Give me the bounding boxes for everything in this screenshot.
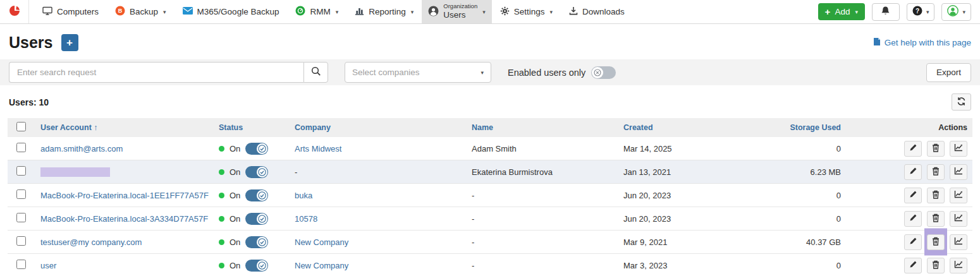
user-account-link[interactable]: testuser@my company.com xyxy=(40,237,142,247)
row-checkbox[interactable] xyxy=(16,260,26,269)
get-help-link[interactable]: Get help with this page xyxy=(873,37,971,48)
actions-cell xyxy=(851,207,967,230)
sort-ascending-icon: ↑ xyxy=(94,123,97,132)
search-button[interactable] xyxy=(303,62,328,83)
edit-button[interactable] xyxy=(904,258,922,273)
chevron-down-icon: ▾ xyxy=(962,9,965,15)
stats-button[interactable] xyxy=(950,258,967,273)
status-cell: On xyxy=(219,236,285,248)
row-checkbox[interactable] xyxy=(16,236,26,246)
notifications-button[interactable] xyxy=(872,3,900,21)
user-enabled-toggle[interactable] xyxy=(245,213,268,225)
company-link[interactable]: 10578 xyxy=(295,214,317,224)
delete-button[interactable] xyxy=(927,164,945,180)
stats-button[interactable] xyxy=(950,164,967,180)
delete-button[interactable] xyxy=(927,141,945,157)
top-navbar: Computers B Backup ▾ M365/Google Backup … xyxy=(0,0,980,24)
column-header-company[interactable]: Company xyxy=(290,118,467,137)
user-enabled-toggle[interactable] xyxy=(245,189,268,201)
add-user-button[interactable]: + xyxy=(61,34,78,51)
user-account-link[interactable]: MacBook-Pro-Ekaterina.local-1EE1FF77A57F xyxy=(40,191,209,200)
line-chart-icon xyxy=(954,167,963,177)
edit-button[interactable] xyxy=(904,164,922,180)
account-menu-button[interactable]: ▾ xyxy=(941,3,971,21)
svg-text:B: B xyxy=(118,8,123,14)
document-icon xyxy=(873,37,881,48)
nav-item-reporting[interactable]: Reporting ▾ xyxy=(346,0,422,23)
nav-item-computers[interactable]: Computers xyxy=(34,0,107,23)
stats-button[interactable] xyxy=(950,234,967,250)
column-header-name[interactable]: Name xyxy=(467,118,618,137)
row-checkbox[interactable] xyxy=(16,166,26,176)
column-header-status[interactable]: Status xyxy=(214,118,290,137)
search-group xyxy=(9,62,328,83)
stats-button[interactable] xyxy=(950,141,967,157)
filter-bar: Select companies ▾ Enabled users only Ex… xyxy=(0,59,980,85)
status-label: On xyxy=(230,167,240,177)
user-enabled-toggle[interactable] xyxy=(245,166,268,178)
user-enabled-toggle[interactable] xyxy=(245,143,268,155)
stats-button[interactable] xyxy=(950,188,967,203)
table-row: MacBook-Pro-Ekaterina.local-1EE1FF77A57F… xyxy=(8,184,972,207)
row-checkbox[interactable] xyxy=(16,143,26,152)
status-dot-icon xyxy=(219,169,224,175)
add-button[interactable]: + Add ▾ xyxy=(818,3,865,20)
search-icon xyxy=(311,66,321,78)
chevron-down-icon: ▾ xyxy=(481,69,484,76)
search-input[interactable] xyxy=(9,62,303,83)
user-enabled-toggle[interactable] xyxy=(245,236,268,248)
chevron-down-icon: ▾ xyxy=(411,9,414,15)
select-all-checkbox[interactable] xyxy=(16,122,26,131)
storage-cell: 0 xyxy=(776,254,846,276)
edit-button[interactable] xyxy=(904,234,922,250)
nav-item-downloads[interactable]: Downloads xyxy=(561,0,633,23)
name-cell: - xyxy=(467,207,618,231)
column-header-user-account[interactable]: User Account ↑ xyxy=(35,118,214,137)
company-link[interactable]: New Company xyxy=(295,261,348,270)
delete-button[interactable] xyxy=(927,234,945,250)
person-icon xyxy=(428,6,439,18)
delete-button[interactable] xyxy=(927,258,945,273)
edit-button[interactable] xyxy=(904,188,922,203)
company-link[interactable]: buka xyxy=(295,191,312,200)
help-menu-button[interactable]: ? ▾ xyxy=(907,3,935,21)
user-enabled-toggle[interactable] xyxy=(245,260,268,272)
table-header-row: User Account ↑ Status Company Name Creat… xyxy=(8,118,972,137)
created-cell: Mar 9, 2021 xyxy=(618,231,776,254)
company-link[interactable]: Arts Midwest xyxy=(295,144,341,153)
status-label: On xyxy=(230,214,240,224)
export-button[interactable]: Export xyxy=(926,63,971,82)
rmm-icon xyxy=(295,6,305,18)
user-account-link[interactable]: MacBook-Pro-Ekaterina.local-3A334D77A57F xyxy=(40,214,208,224)
nav-item-backup[interactable]: B Backup ▾ xyxy=(107,0,175,23)
nav-item-organization-users[interactable]: Organization Users ▾ xyxy=(422,0,491,23)
nav-item-rmm[interactable]: RMM ▾ xyxy=(287,0,346,23)
user-account-link[interactable]: user xyxy=(40,261,56,270)
row-checkbox[interactable] xyxy=(16,189,26,199)
column-header-storage-used[interactable]: Storage Used xyxy=(776,118,846,137)
status-dot-icon xyxy=(219,239,224,245)
refresh-button[interactable] xyxy=(952,93,971,111)
status-dot-icon xyxy=(219,216,224,222)
nav-item-settings[interactable]: Settings ▾ xyxy=(492,0,561,23)
stats-button[interactable] xyxy=(950,211,967,227)
companies-select[interactable]: Select companies ▾ xyxy=(345,62,491,83)
pencil-icon xyxy=(909,213,917,224)
created-cell: Jan 13, 2021 xyxy=(618,160,776,184)
edit-button[interactable] xyxy=(904,141,922,157)
pencil-icon xyxy=(909,190,917,200)
delete-button[interactable] xyxy=(927,211,945,227)
app-logo[interactable] xyxy=(0,0,29,23)
column-header-created[interactable]: Created xyxy=(618,118,776,137)
row-checkbox[interactable] xyxy=(16,213,26,222)
delete-button[interactable] xyxy=(927,188,945,203)
storage-cell: 0 xyxy=(776,184,846,207)
svg-text:?: ? xyxy=(916,8,919,15)
enabled-users-toggle[interactable] xyxy=(591,66,616,79)
user-account-link[interactable]: adam.smith@arts.com xyxy=(40,144,123,153)
edit-button[interactable] xyxy=(904,211,922,227)
company-link[interactable]: New Company xyxy=(295,237,348,247)
trash-icon xyxy=(932,167,940,177)
nav-item-m365-google-backup[interactable]: M365/Google Backup xyxy=(175,0,288,23)
page-header: Users + Get help with this page xyxy=(0,24,980,59)
